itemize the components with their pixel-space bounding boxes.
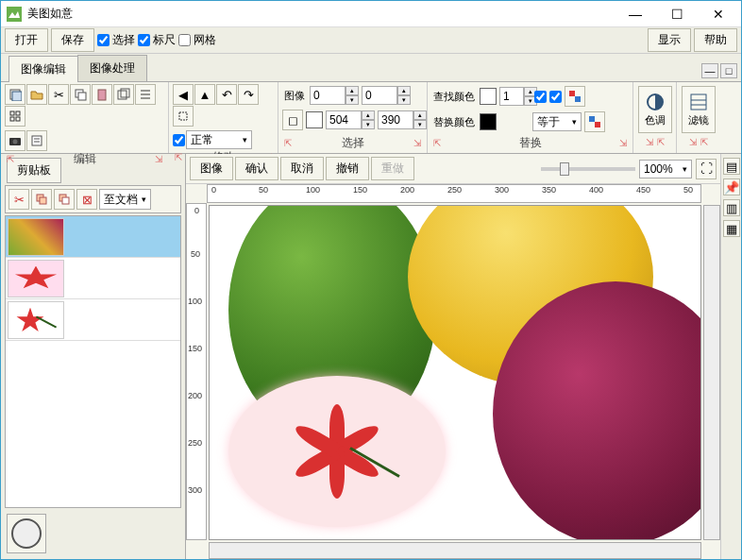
ribbon-minimize-button[interactable]: —: [701, 63, 718, 78]
canvas-area: 图像 确认 取消 撤销 重做 100%▾ ⛶ 0 50 100 150 200 …: [186, 154, 720, 559]
grid-checkbox[interactable]: 网格: [178, 32, 216, 48]
bg-color-swatch[interactable]: [306, 111, 323, 128]
filter-button[interactable]: 滤镜: [682, 86, 716, 133]
clip-paste-icon[interactable]: [54, 189, 75, 210]
crop-icon[interactable]: [173, 106, 194, 127]
layers-icon[interactable]: ▥: [723, 199, 740, 216]
new-layer-icon[interactable]: [5, 84, 25, 105]
flip-h-icon[interactable]: ◀: [173, 84, 194, 105]
apply-replace-icon[interactable]: [584, 111, 605, 132]
app-logo-icon: [7, 7, 22, 22]
zoom-combo[interactable]: 100%▾: [639, 160, 692, 178]
canvas-toolbar: 图像 确认 取消 撤销 重做 100%▾ ⛶: [186, 154, 720, 184]
svg-rect-3: [12, 92, 22, 101]
svg-rect-27: [691, 94, 706, 110]
tone-button[interactable]: 色调: [638, 86, 672, 133]
redo-button[interactable]: 重做: [371, 157, 414, 180]
grid-icon[interactable]: [5, 106, 25, 127]
help-button[interactable]: 帮助: [694, 28, 737, 52]
svg-rect-12: [10, 111, 14, 115]
ribbon-group-modify: ◀ ▲ ↶ ↷ 正常▾ ⇱修改⇲: [169, 82, 278, 153]
titlebar: 美图如意 — ☐ ✕: [1, 1, 741, 27]
panel-toggle-icon[interactable]: ▤: [723, 158, 740, 175]
paste-icon[interactable]: [92, 84, 112, 105]
zoom-slider[interactable]: [541, 167, 635, 171]
display-button[interactable]: 显示: [648, 28, 691, 52]
undo-button[interactable]: 撤销: [326, 157, 369, 180]
clipboard-item[interactable]: [6, 258, 180, 299]
tab-image-edit[interactable]: 图像编辑: [8, 56, 78, 82]
pasted-selection[interactable]: [228, 376, 446, 527]
svg-rect-6: [98, 90, 106, 100]
align-icon[interactable]: [135, 84, 156, 105]
scrollbar-horizontal[interactable]: [209, 542, 701, 559]
svg-rect-31: [40, 197, 46, 204]
clipboard-item[interactable]: [6, 216, 180, 258]
duplicate-icon[interactable]: [113, 84, 134, 105]
tabbar: 图像编辑 图像处理 — □: [1, 54, 741, 82]
ruler-checkbox[interactable]: 标尺: [138, 32, 176, 48]
svg-rect-24: [589, 116, 595, 122]
clip-cut-icon[interactable]: ✂: [8, 189, 29, 210]
tolerance-input[interactable]: ▴▾: [499, 87, 531, 106]
scrollbar-vertical[interactable]: [703, 205, 720, 540]
cancel-button[interactable]: 取消: [280, 157, 324, 180]
match-mode-combo[interactable]: 等于▾: [532, 112, 582, 131]
opt1-checkbox[interactable]: [534, 91, 547, 103]
ruler-vertical: 0 50 100 150 200 250 300: [186, 203, 207, 540]
open-button[interactable]: 打开: [5, 28, 48, 52]
save-button[interactable]: 保存: [51, 28, 94, 52]
y-input[interactable]: ▴▾: [362, 86, 411, 105]
svg-rect-25: [595, 122, 600, 127]
app-title: 美图如意: [27, 6, 615, 22]
svg-rect-22: [569, 91, 575, 96]
svg-rect-33: [62, 197, 69, 204]
find-color-swatch[interactable]: [480, 88, 497, 105]
open-file-icon[interactable]: [26, 84, 47, 105]
copy-icon[interactable]: [70, 84, 91, 105]
rotate-cw-icon[interactable]: ↷: [238, 84, 259, 105]
ribbon-tone: 色调 ⇱⇲: [633, 82, 677, 153]
tab-image-process[interactable]: 图像处理: [77, 55, 147, 81]
svg-rect-21: [179, 112, 187, 120]
properties-icon[interactable]: [26, 130, 47, 151]
ruler-horizontal: 0 50 100 150 200 250 300 350 400 450 50: [207, 184, 701, 203]
info-icon[interactable]: ▦: [723, 220, 740, 237]
fit-window-icon[interactable]: ⛶: [696, 159, 717, 179]
canvas[interactable]: [209, 205, 701, 540]
opt2-checkbox[interactable]: [549, 91, 562, 103]
to-document-dropdown[interactable]: 至文档▾: [99, 189, 151, 210]
height-input[interactable]: ▴▾: [378, 110, 427, 129]
cut-icon[interactable]: ✂: [48, 84, 69, 105]
blend-mode-combo[interactable]: 正常▾: [186, 130, 252, 149]
x-input[interactable]: ▴▾: [310, 86, 359, 105]
ribbon-group-edit: ✂ ⇱编辑⇲: [1, 82, 169, 153]
clip-clear-icon[interactable]: ⊠: [76, 189, 97, 210]
clip-copy-icon[interactable]: [31, 189, 52, 210]
replace-color-swatch[interactable]: [480, 113, 497, 130]
width-input[interactable]: ▴▾: [326, 110, 375, 129]
clipboard-list: [5, 215, 181, 508]
camera-icon[interactable]: [5, 130, 25, 151]
flip-v-icon[interactable]: ▲: [194, 84, 215, 105]
tone-icon: [646, 93, 665, 111]
modify-checkbox[interactable]: [173, 130, 185, 149]
record-button[interactable]: [11, 518, 42, 549]
filter-icon: [689, 93, 708, 111]
close-button[interactable]: ✕: [698, 2, 739, 26]
ribbon-group-select: 图像 ▴▾ ▴▾ ◻ ▴▾ ▴▾ ⇱选择⇲: [278, 82, 428, 153]
select-rect-icon[interactable]: ◻: [282, 110, 303, 130]
clipboard-item[interactable]: [6, 299, 180, 341]
minimize-button[interactable]: —: [615, 2, 656, 26]
color-picker-icon[interactable]: [565, 86, 585, 107]
confirm-button[interactable]: 确认: [235, 157, 278, 180]
maximize-button[interactable]: ☐: [656, 2, 698, 26]
svg-rect-23: [575, 96, 581, 102]
rotate-ccw-icon[interactable]: ↶: [216, 84, 237, 105]
canvas-image-button[interactable]: 图像: [190, 157, 233, 180]
pin-icon[interactable]: 📌: [723, 178, 740, 195]
ribbon-close-button[interactable]: □: [720, 63, 737, 78]
expand-arrow-icon: ⇲: [155, 154, 162, 164]
main-area: 剪贴板 ✂ ⊠ 至文档▾ 图像 确认: [1, 154, 741, 559]
select-checkbox[interactable]: 选择: [97, 32, 135, 48]
